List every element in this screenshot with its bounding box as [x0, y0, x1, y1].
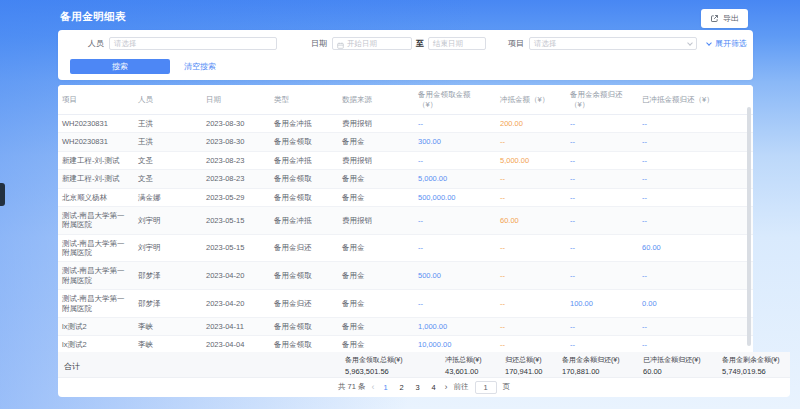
- table-cell: --: [414, 156, 496, 165]
- table-cell: 刘宇明: [134, 243, 202, 252]
- table-cell: 备用金: [338, 271, 414, 280]
- column-header: 人员: [134, 95, 202, 105]
- date-end-placeholder: 结束日期: [433, 39, 463, 49]
- table-cell: 李峡: [134, 322, 202, 331]
- table-cell: 5,000.00: [496, 156, 566, 165]
- chevron-down-icon: [687, 40, 693, 46]
- table-cell: 新建工程-刘-测试: [58, 174, 134, 183]
- clear-search-link[interactable]: 清空搜索: [184, 61, 216, 72]
- project-filter-placeholder: 请选择: [534, 39, 557, 49]
- table-cell: 0.00: [638, 299, 753, 308]
- export-icon: [710, 14, 719, 23]
- summary-item-label: 备用金余额归还(¥): [562, 355, 620, 365]
- table-row: 北京顺义杨林满金娜2023-05-29备用金领取备用金500,000.00---…: [58, 189, 753, 207]
- filter-actions-row: 搜索 清空搜索: [58, 59, 753, 74]
- table-row: WH20230831王洪2023-08-30备用金冲抵费用报销--200.00-…: [58, 115, 753, 133]
- table-cell: 备用金: [338, 322, 414, 331]
- sidebar-collapse-handle[interactable]: [0, 183, 5, 206]
- table-cell: 500,000.00: [414, 193, 496, 202]
- table-cell: WH20230831: [58, 137, 134, 146]
- summary-item-value: 170,941.00: [505, 367, 543, 376]
- goto-page-input[interactable]: 1: [475, 381, 497, 394]
- pagination-total-count: 共 71 条: [338, 382, 366, 392]
- expand-filter-link[interactable]: 展开筛选: [707, 38, 747, 49]
- table-row: 测试-南昌大学第一附属医院刘宇明2023-05-15备用金归还备用金------…: [58, 235, 753, 263]
- table-cell: WH20230831: [58, 119, 134, 128]
- summary-item-label: 已冲抵金额归还(¥): [643, 355, 701, 365]
- table-cell: 60.00: [638, 243, 753, 252]
- table-cell: --: [638, 193, 753, 202]
- table-cell: 备用金: [338, 299, 414, 308]
- prev-page-icon[interactable]: ‹: [372, 383, 375, 392]
- person-filter-input[interactable]: 请选择: [109, 37, 277, 50]
- page-number-button[interactable]: 2: [397, 383, 407, 392]
- vertical-scrollbar[interactable]: [747, 107, 751, 346]
- table-cell: 2023-05-15: [202, 216, 270, 225]
- table-cell: lx测试2: [58, 340, 134, 349]
- column-header: 数据来源: [338, 95, 414, 105]
- table-cell: 新建工程-刘-测试: [58, 156, 134, 165]
- page-number-button[interactable]: 4: [429, 383, 439, 392]
- table-row: 新建工程-刘-测试文圣2023-08-23备用金冲抵费用报销--5,000.00…: [58, 152, 753, 170]
- table-cell: 测试-南昌大学第一附属医院: [58, 266, 134, 285]
- filter-row: 人员 请选择 日期 开始日期 至 结束日期 项目 请选择 展开筛选: [58, 37, 753, 50]
- project-filter-label: 项目: [508, 38, 524, 49]
- table-cell: --: [566, 216, 638, 225]
- table-cell: --: [496, 193, 566, 202]
- summary-item-label: 归还总额(¥): [505, 355, 543, 365]
- table-cell: --: [414, 299, 496, 308]
- table-header-row: 项目人员日期类型数据来源备用金领取金额（¥）冲抵金额（¥）备用金余额归还（¥）已…: [58, 85, 753, 115]
- table-cell: 2023-04-11: [202, 322, 270, 331]
- table-cell: --: [566, 174, 638, 183]
- page-number-button[interactable]: 3: [413, 383, 423, 392]
- summary-item-value: 170,881.00: [562, 367, 620, 376]
- date-start-input[interactable]: 开始日期: [332, 37, 412, 50]
- table-cell: --: [496, 174, 566, 183]
- table-cell: 满金娜: [134, 193, 202, 202]
- table-cell: --: [496, 299, 566, 308]
- date-end-input[interactable]: 结束日期: [428, 37, 486, 50]
- table-row: 测试-南昌大学第一附属医院邵梦泽2023-04-20备用金领取备用金500.00…: [58, 262, 753, 290]
- summary-item-label: 冲抵总额(¥): [445, 355, 482, 365]
- summary-item-value: 43,601.00: [445, 367, 482, 376]
- summary-item: 备用金领取总额(¥)5,963,501.56: [345, 355, 403, 376]
- column-header: 已冲抵金额归还（¥）: [638, 95, 753, 105]
- table-cell: 备用金冲抵: [270, 119, 338, 128]
- table-cell: 备用金: [338, 243, 414, 252]
- export-button[interactable]: 导出: [701, 9, 748, 28]
- table-cell: --: [414, 216, 496, 225]
- page-number-button[interactable]: 1: [381, 383, 391, 392]
- filter-panel: 人员 请选择 日期 开始日期 至 结束日期 项目 请选择 展开筛选: [58, 30, 753, 80]
- column-header: 日期: [202, 95, 270, 105]
- search-button[interactable]: 搜索: [70, 59, 170, 74]
- table-cell: 备用金领取: [270, 271, 338, 280]
- table-cell: 1,000.00: [414, 322, 496, 331]
- table-cell: 备用金冲抵: [270, 216, 338, 225]
- table-row: lx测试2李峡2023-04-04备用金领取备用金10,000.00------: [58, 336, 753, 352]
- page-title: 备用金明细表: [60, 10, 126, 24]
- table-cell: 500.00: [414, 271, 496, 280]
- table-cell: 王洪: [134, 119, 202, 128]
- table-cell: 10,000.00: [414, 340, 496, 349]
- table-cell: 刘宇明: [134, 216, 202, 225]
- project-filter-select[interactable]: 请选择: [529, 37, 697, 50]
- table-cell: --: [638, 137, 753, 146]
- table-cell: 邵梦泽: [134, 299, 202, 308]
- summary-item-label: 备用金剩余金额(¥): [722, 355, 780, 365]
- table-cell: 邵梦泽: [134, 271, 202, 280]
- next-page-icon[interactable]: ›: [445, 383, 448, 392]
- table-cell: 2023-08-30: [202, 119, 270, 128]
- table-body: WH20230831王洪2023-08-30备用金冲抵费用报销--200.00-…: [58, 115, 753, 352]
- table-cell: 备用金: [338, 137, 414, 146]
- table-cell: --: [496, 243, 566, 252]
- table-cell: --: [414, 243, 496, 252]
- page-number-list: 1234: [381, 383, 439, 392]
- table-row: lx测试2李峡2023-04-11备用金领取备用金1,000.00------: [58, 318, 753, 336]
- table-cell: --: [566, 193, 638, 202]
- app-window: { "app": { "title": "备用金明细表", "export_la…: [0, 0, 800, 409]
- table-cell: 2023-08-23: [202, 174, 270, 183]
- summary-item: 已冲抵金额归还(¥)60.00: [643, 355, 701, 376]
- date-start-placeholder: 开始日期: [347, 39, 377, 49]
- table-row: WH20230831王洪2023-08-30备用金领取备用金300.00----…: [58, 133, 753, 151]
- table-cell: --: [638, 322, 753, 331]
